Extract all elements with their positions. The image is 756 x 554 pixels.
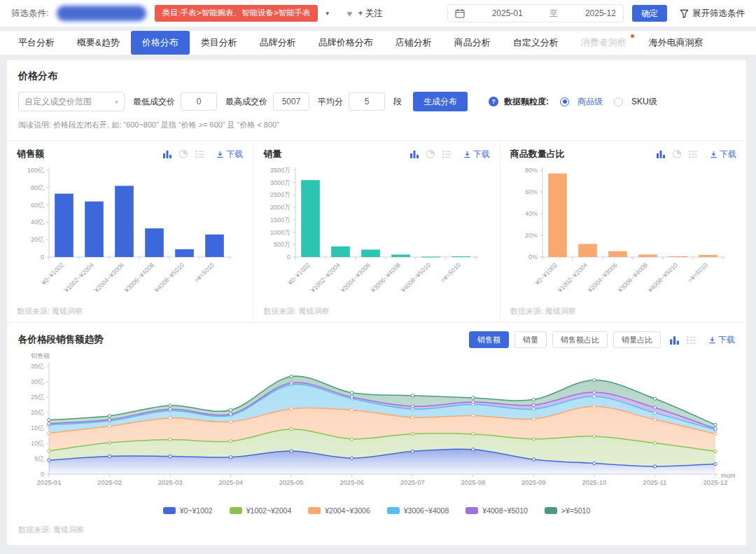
pie-chart-icon[interactable] (178, 149, 188, 159)
tab-4[interactable]: 品牌分析 (248, 31, 307, 55)
legend-item-5[interactable]: >¥=5010 (545, 506, 590, 515)
download-button[interactable]: 下载 (463, 148, 490, 160)
data-source: 数据来源: 魔镜洞察 (17, 306, 243, 317)
bar-chart-icon[interactable] (656, 149, 666, 159)
bar-chart-icon[interactable] (669, 335, 680, 345)
download-label: 下载 (718, 334, 735, 346)
data-source: 数据来源: 魔镜洞察 (18, 525, 735, 535)
segments-input[interactable] (349, 92, 385, 111)
chevron-down-icon[interactable]: ▼ (325, 11, 330, 17)
svg-text:¥0~¥1002: ¥0~¥1002 (533, 261, 558, 286)
svg-text:40亿: 40亿 (31, 219, 44, 226)
list-icon[interactable] (195, 149, 204, 159)
price-range-select[interactable]: 自定义成交价范围 ▾ (18, 92, 125, 111)
download-button[interactable]: 下载 (710, 148, 736, 160)
svg-text:¥4008~¥5010: ¥4008~¥5010 (646, 261, 679, 294)
legend-item-0[interactable]: ¥0~¥1002 (163, 506, 213, 515)
legend-item-3[interactable]: ¥3006~¥4008 (387, 506, 449, 515)
chart-title: 商品数量占比 (510, 148, 565, 160)
svg-text:2025-05: 2025-05 (279, 478, 304, 486)
tab-label: 海外电商洞察 (649, 36, 704, 49)
legend-label: ¥4008~¥5010 (482, 506, 528, 515)
radio-sku-level[interactable] (614, 97, 623, 106)
download-label: 下载 (720, 148, 736, 160)
trend-title: 各价格段销售额趋势 (18, 333, 463, 346)
follow-button[interactable]: + 关注 (358, 8, 383, 20)
metric-toggle-3[interactable]: 销量占比 (613, 331, 661, 348)
generate-distribution-button[interactable]: 生成分布 (413, 92, 468, 111)
date-range-picker[interactable]: 2025-01 至 2025-12 (447, 4, 624, 22)
tab-9[interactable]: 消费者洞察 (570, 31, 638, 55)
min-price-input[interactable] (181, 92, 217, 111)
radio-sku-level-label[interactable]: SKU级 (631, 96, 657, 108)
date-separator: 至 (550, 8, 558, 20)
legend-item-1[interactable]: ¥1002~¥2004 (230, 506, 292, 515)
svg-text:3500万: 3500万 (270, 167, 290, 174)
svg-text:1500万: 1500万 (270, 216, 290, 223)
tab-label: 平台分析 (18, 36, 55, 49)
panel-product-count-share: 商品数量占比 下载 0%20%40%60%80%¥0~¥1002¥1002~¥2… (500, 141, 746, 322)
download-button[interactable]: 下载 (708, 334, 735, 346)
max-price-input[interactable] (273, 92, 309, 111)
sales-volume-bar-chart: 0500万1000万1500万2000万2500万3000万3500万¥0~¥1… (263, 162, 480, 306)
metric-toggle-0[interactable]: 销售额 (469, 331, 509, 348)
metric-toggle-group: 销售额销量销售额占比销量占比 (463, 331, 661, 348)
svg-text:2000万: 2000万 (270, 204, 290, 211)
split-label: 平均分 (318, 96, 343, 108)
radio-product-level[interactable] (560, 97, 569, 106)
legend-item-2[interactable]: ¥2004~¥3006 (308, 506, 370, 515)
confirm-button[interactable]: 确定 (632, 5, 667, 22)
download-label: 下载 (226, 148, 243, 160)
tab-1[interactable]: 概要&趋势 (66, 31, 131, 55)
date-to[interactable]: 2025-12 (585, 8, 616, 18)
expand-filters-button[interactable]: 展开筛选条件 (680, 8, 745, 20)
help-icon[interactable]: ? (489, 97, 498, 106)
tab-6[interactable]: 店铺分析 (384, 31, 443, 55)
min-price-label: 最低成交价 (133, 96, 175, 108)
price-band-trend-area-chart: 05亿10亿15亿20亿25亿30亿35亿2025-012025-022025-… (18, 349, 735, 498)
metric-toggle-1[interactable]: 销量 (514, 331, 547, 348)
pie-chart-icon[interactable] (672, 149, 682, 159)
svg-text:¥2004~¥3006: ¥2004~¥3006 (339, 261, 372, 294)
tab-label: 品牌价格分布 (318, 36, 373, 49)
svg-text:500万: 500万 (274, 241, 290, 248)
pie-chart-icon[interactable] (426, 149, 435, 159)
legend-swatch-icon (465, 507, 478, 514)
svg-text:2025-09: 2025-09 (522, 478, 546, 486)
tab-3[interactable]: 类目分析 (190, 31, 248, 55)
tab-7[interactable]: 商品分析 (443, 31, 502, 55)
svg-text:2025-11: 2025-11 (643, 478, 666, 486)
segment-unit-label: 段 (393, 96, 402, 108)
tab-label: 自定义分析 (513, 36, 559, 49)
svg-text:¥0~¥1002: ¥0~¥1002 (286, 261, 312, 286)
svg-text:80%: 80% (525, 167, 538, 174)
bar-chart-icon[interactable] (410, 149, 419, 159)
tab-2[interactable]: 价格分布 (131, 31, 190, 55)
list-icon[interactable] (686, 335, 696, 345)
metric-toggle-2[interactable]: 销售额占比 (552, 331, 608, 348)
tab-8[interactable]: 自定义分析 (502, 31, 570, 55)
svg-text:5亿: 5亿 (34, 455, 44, 462)
list-icon[interactable] (688, 149, 698, 159)
date-from[interactable]: 2025-01 (492, 8, 523, 18)
category-tag[interactable]: 类目:手表>智能腕表、智能设备>智能手表 (155, 5, 317, 22)
legend-item-4[interactable]: ¥4008~¥5010 (465, 506, 528, 515)
svg-text:¥1002~¥2004: ¥1002~¥2004 (62, 261, 95, 294)
svg-text:¥1002~¥2004: ¥1002~¥2004 (556, 261, 589, 294)
content-card: 价格分布 自定义成交价范围 ▾ 最低成交价 最高成交价 平均分 段 生成分布 ?… (7, 60, 746, 545)
heart-icon[interactable]: ♥ (347, 8, 353, 19)
data-source: 数据来源: 魔镜洞察 (510, 306, 736, 317)
charts-row: 销售额 下载 020亿40亿60亿80亿100亿¥0~¥1002¥1002~¥2… (7, 141, 746, 323)
svg-text:0: 0 (41, 471, 44, 478)
svg-text:¥3006~¥4008: ¥3006~¥4008 (122, 261, 155, 294)
tab-10[interactable]: 海外电商洞察 (638, 31, 715, 55)
tab-5[interactable]: 品牌价格分布 (307, 31, 384, 55)
radio-product-level-label[interactable]: 商品级 (578, 96, 603, 108)
legend-label: ¥2004~¥3006 (325, 506, 370, 515)
expand-filters-label: 展开筛选条件 (692, 8, 745, 20)
list-icon[interactable] (442, 149, 451, 159)
bar-chart-icon[interactable] (162, 149, 172, 159)
tab-0[interactable]: 平台分析 (7, 31, 66, 55)
svg-text:2025-07: 2025-07 (400, 478, 425, 486)
download-button[interactable]: 下载 (216, 148, 243, 160)
